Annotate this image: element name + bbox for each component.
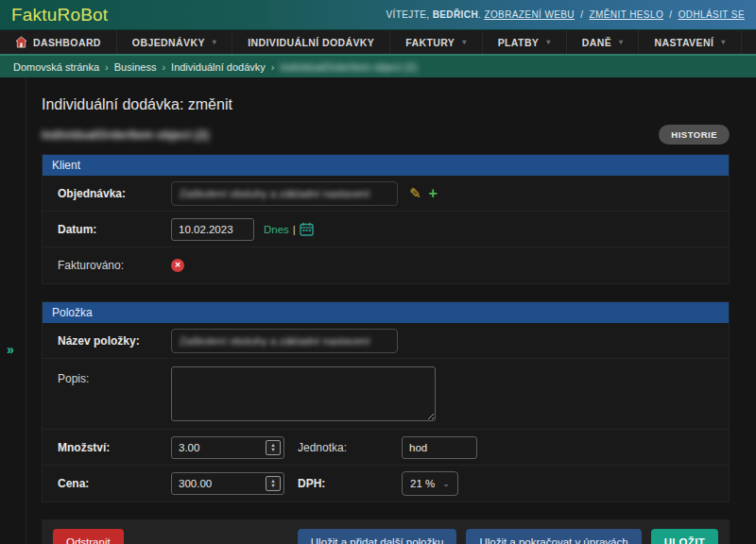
nav-item-platby[interactable]: PLATBY ▾ bbox=[483, 30, 567, 54]
save-button[interactable]: ULOŽIT bbox=[651, 529, 718, 544]
chevron-down-icon: ▾ bbox=[213, 38, 216, 46]
view-site-link[interactable]: ZOBRAZENÍ WEBU bbox=[484, 9, 575, 20]
nazev-value-obscured: Zaškolení obsluhy a základní nastavení bbox=[180, 335, 369, 347]
page-title: Individuální dodávka: změnit bbox=[42, 96, 730, 113]
field-row-nazev: Název položky: Zaškolení obsluhy a zákla… bbox=[43, 323, 729, 359]
chevron-down-icon: ⌄ bbox=[442, 479, 450, 488]
logout-link[interactable]: ODHLÁSIT SE bbox=[679, 9, 745, 20]
home-icon bbox=[15, 36, 27, 48]
nav-item-objednavky[interactable]: OBJEDNÁVKY ▾ bbox=[117, 30, 232, 54]
chevron-down-icon: ▾ bbox=[546, 38, 550, 46]
datum-label: Datum: bbox=[58, 223, 171, 236]
popis-label: Popis: bbox=[58, 366, 171, 385]
welcome-text: VÍTEJTE, bbox=[386, 9, 429, 20]
change-password-link[interactable]: ZMĚNIT HESLO bbox=[590, 9, 664, 20]
objednavka-select[interactable]: Zaškolení obsluhy a základní nastavení bbox=[171, 181, 398, 206]
nazev-input[interactable]: Zaškolení obsluhy a základní nastavení bbox=[171, 329, 398, 353]
chevron-down-icon: ▾ bbox=[619, 38, 623, 46]
today-shortcut[interactable]: Dnes bbox=[264, 224, 289, 235]
fakturovano-label: Fakturováno: bbox=[58, 259, 171, 272]
history-button[interactable]: HISTORIE bbox=[659, 125, 730, 144]
fieldset-klient: Klient Objednávka: Zaškolení obsluhy a z… bbox=[42, 154, 730, 284]
field-row-fakturovano: Fakturováno: ✕ bbox=[43, 247, 729, 283]
nav-item-dane[interactable]: DANĚ ▾ bbox=[567, 30, 640, 54]
chevron-down-icon: ▾ bbox=[462, 38, 466, 46]
chevron-down-icon: ▾ bbox=[721, 38, 725, 46]
spinner-icon[interactable]: ▲ ▼ bbox=[266, 440, 281, 455]
jednotka-label: Jednotka: bbox=[298, 441, 402, 454]
nav-item-nastaveni[interactable]: NASTAVENÍ ▾ bbox=[639, 30, 741, 54]
nazev-label: Název položky: bbox=[58, 334, 171, 348]
popis-textarea[interactable] bbox=[171, 366, 436, 421]
breadcrumb-business[interactable]: Business bbox=[114, 61, 157, 73]
breadcrumb-current-obscured: IndividualOrderItem object (2) bbox=[280, 61, 417, 73]
save-buttons-group: Uložit a přidat další položku Uložit a p… bbox=[298, 529, 718, 544]
sidebar-collapsed-strip: » bbox=[0, 77, 26, 544]
username: BEDŘICH bbox=[433, 9, 478, 20]
breadcrumb: Domovská stránka › Business › Individuál… bbox=[0, 56, 756, 77]
content-wrap: » Individuální dodávka: změnit Individua… bbox=[0, 77, 756, 544]
objednavka-label: Objednávka: bbox=[58, 187, 171, 200]
sidebar-toggle[interactable]: » bbox=[7, 342, 14, 357]
field-row-objednavka: Objednávka: Zaškolení obsluhy a základní… bbox=[43, 176, 729, 212]
app-header: FaktuRoBot VÍTEJTE, BEDŘICH. ZOBRAZENÍ W… bbox=[0, 0, 756, 30]
app-logo[interactable]: FaktuRoBot bbox=[11, 5, 108, 26]
fieldset-polozka: Položka Název položky: Zaškolení obsluhy… bbox=[42, 301, 730, 502]
edit-icon[interactable]: ✎ bbox=[409, 185, 421, 202]
fieldset-polozka-legend: Položka bbox=[43, 302, 729, 323]
jednotka-input[interactable] bbox=[402, 436, 477, 459]
fieldset-klient-legend: Klient bbox=[43, 155, 729, 176]
nav-item-faktury[interactable]: FAKTURY ▾ bbox=[390, 30, 482, 54]
datum-input[interactable] bbox=[171, 218, 254, 241]
breadcrumb-home[interactable]: Domovská stránka bbox=[13, 61, 99, 73]
dph-label: DPH: bbox=[298, 477, 402, 490]
delete-button[interactable]: Odstranit bbox=[53, 529, 124, 544]
dph-selected-value: 21 % bbox=[410, 478, 435, 489]
field-row-mnozstvi-jednotka: Množství: ▲ ▼ Jednotka: bbox=[43, 430, 729, 466]
nav-item-individualni-dodavky[interactable]: INDIVIDUÁLNÍ DODÁVKY bbox=[232, 30, 390, 54]
save-continue-button[interactable]: Uložit a pokračovat v úpravách bbox=[466, 529, 641, 544]
object-tools-row: IndividualOrderItem object (2) HISTORIE bbox=[42, 125, 730, 144]
invoiced-false-icon: ✕ bbox=[171, 259, 184, 272]
mnozstvi-label: Množství: bbox=[58, 441, 171, 454]
main-content: Individuální dodávka: změnit IndividualO… bbox=[26, 77, 756, 544]
user-tools: VÍTEJTE, BEDŘICH. ZOBRAZENÍ WEBU / ZMĚNI… bbox=[386, 9, 745, 20]
main-nav: DASHBOARD OBJEDNÁVKY ▾ INDIVIDUÁLNÍ DODÁ… bbox=[0, 30, 756, 56]
cena-stepper: ▲ ▼ bbox=[171, 472, 284, 495]
calendar-icon[interactable] bbox=[300, 222, 314, 236]
save-add-another-button[interactable]: Uložit a přidat další položku bbox=[298, 529, 457, 544]
cena-label: Cena: bbox=[58, 477, 171, 490]
object-name-obscured: IndividualOrderItem object (2) bbox=[42, 128, 209, 142]
breadcrumb-individualni-dodavky[interactable]: Individuální dodávky bbox=[171, 61, 266, 73]
spinner-icon[interactable]: ▲ ▼ bbox=[266, 476, 281, 491]
nav-item-dashboard[interactable]: DASHBOARD bbox=[0, 30, 117, 54]
field-row-cena-dph: Cena: ▲ ▼ DPH: 21 % ⌄ bbox=[43, 466, 729, 502]
field-row-datum: Datum: Dnes | bbox=[43, 212, 729, 247]
add-icon[interactable]: + bbox=[429, 186, 438, 201]
objednavka-value-obscured: Zaškolení obsluhy a základní nastavení bbox=[180, 188, 369, 199]
mnozstvi-stepper: ▲ ▼ bbox=[171, 436, 284, 459]
field-row-popis: Popis: bbox=[43, 359, 729, 430]
dph-select[interactable]: 21 % ⌄ bbox=[402, 471, 458, 496]
submit-row: Odstranit Uložit a přidat další položku … bbox=[42, 519, 730, 544]
